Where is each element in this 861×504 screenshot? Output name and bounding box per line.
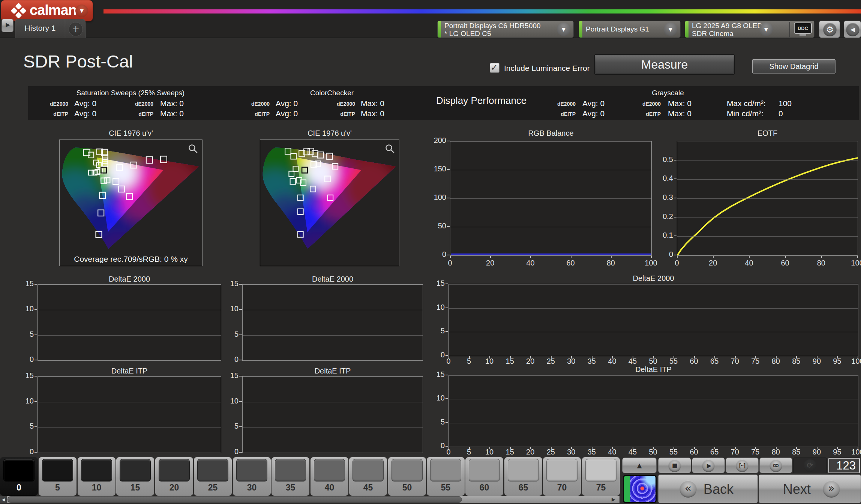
horizontal-scrollbar[interactable]: ◀ ▶ <box>0 496 620 503</box>
x-axis-tick <box>755 356 756 358</box>
y-axis-label: 10 <box>422 303 445 312</box>
step-swatch <box>81 459 112 482</box>
step-label: 25 <box>194 483 232 493</box>
logo-dropdown-icon[interactable]: ▼ <box>75 4 88 17</box>
y-axis-tick <box>239 376 242 376</box>
show-datagrid-button[interactable]: Show Datagrid <box>752 59 836 74</box>
next-button[interactable]: Next » <box>759 474 861 503</box>
dropdown-arrow-icon[interactable]: ▼ <box>759 22 773 36</box>
measure-button[interactable]: Measure <box>595 55 734 74</box>
meter-device-dropdown[interactable]: Portrait Displays C6 HDR5000 * LG OLED C… <box>437 21 574 38</box>
x-axis-label: 60 <box>772 259 798 267</box>
x-axis-tick <box>571 447 572 449</box>
tab-prev-icon: ▶ <box>2 21 14 28</box>
grayscale-step-button-30[interactable]: 30 <box>233 457 271 496</box>
stat-label: dEITP <box>329 111 355 117</box>
back-button[interactable]: « Back <box>658 474 758 503</box>
magnifier-icon[interactable] <box>385 144 395 154</box>
single-measure-button[interactable]: [··] <box>726 458 759 473</box>
grayscale-step-button-15[interactable]: 15 <box>116 457 154 496</box>
step-label: 20 <box>155 483 193 493</box>
x-axis-tick <box>448 447 449 449</box>
grayscale-step-button-25[interactable]: 25 <box>194 457 232 496</box>
y-axis-label: 5 <box>422 418 445 426</box>
collapse-panel-button[interactable]: ◀ <box>844 21 861 38</box>
cie-chart-1-title: CIE 1976 u'v' <box>59 129 202 138</box>
grayscale-step-button-45[interactable]: 45 <box>349 457 387 496</box>
grayscale-step-button-5[interactable]: 5 <box>39 457 76 496</box>
magnifier-icon[interactable] <box>188 144 198 154</box>
display-device-mode: SDR Cinema <box>692 30 734 38</box>
x-axis-tick <box>611 256 612 258</box>
next-label: Next <box>783 482 811 497</box>
play-button[interactable]: ▶ <box>692 458 725 473</box>
gridline <box>677 236 858 237</box>
y-axis-tick <box>239 401 242 402</box>
grayscale-step-button-70[interactable]: 70 <box>543 457 581 496</box>
grayscale-step-button-40[interactable]: 40 <box>310 457 348 496</box>
step-swatch <box>585 459 616 482</box>
include-luminance-checkbox[interactable]: ✓ <box>490 63 500 73</box>
calman-logo-button[interactable]: calman ▼ <box>1 0 93 21</box>
stat-label-cdm2: Max cd/m²: <box>727 99 766 108</box>
y-axis-label: 5 <box>10 330 34 339</box>
x-axis-tick <box>592 447 592 449</box>
grayscale-step-button-20[interactable]: 20 <box>155 457 193 496</box>
add-tab-button[interactable]: + <box>69 22 83 36</box>
stat-label: dEITP <box>127 111 153 117</box>
grayscale-step-button-75[interactable]: 75 <box>582 457 620 496</box>
scroll-left-icon[interactable]: ◀ <box>0 496 7 503</box>
y-axis-tick <box>239 360 242 360</box>
y-axis-tick <box>446 446 448 447</box>
tab-history-1[interactable]: History 1 + <box>15 19 86 38</box>
stat-label: dE2000 <box>42 101 68 107</box>
x-axis-tick <box>571 256 572 258</box>
grayscale-step-button-10[interactable]: 10 <box>78 457 116 496</box>
dropdown-arrow-icon[interactable]: ▼ <box>557 22 570 36</box>
grayscale-step-button-35[interactable]: 35 <box>272 457 309 496</box>
tab-scroll-left-button[interactable]: ▶ <box>2 19 14 32</box>
deltae2000-colorchecker-title: DeltaE 2000 <box>242 275 423 284</box>
grayscale-step-button-55[interactable]: 55 <box>427 457 465 496</box>
grayscale-step-button-65[interactable]: 65 <box>504 457 542 496</box>
step-label: 60 <box>465 483 503 493</box>
ddc-icon[interactable]: DDC <box>794 22 812 34</box>
gridline <box>449 399 858 399</box>
x-axis-label: 60 <box>558 259 584 267</box>
x-axis-tick <box>776 447 777 449</box>
gridline <box>449 308 858 309</box>
y-axis-tick <box>446 375 448 375</box>
test-pattern-thumbnail[interactable] <box>623 475 657 503</box>
coverage-label: Coverage rec.709/sRGB: 0 % xy <box>60 255 202 264</box>
pattern-generator-dropdown[interactable]: Portrait Displays G1 ▼ <box>579 21 681 38</box>
x-axis-label: 100 <box>844 357 861 366</box>
y-axis-tick <box>674 255 676 255</box>
x-axis-tick <box>551 447 552 449</box>
grayscale-step-button-50[interactable]: 50 <box>388 457 426 496</box>
stat-value: Avg: 0 <box>74 99 96 108</box>
stat-label: dE2000 <box>127 101 153 107</box>
refresh-button-disabled[interactable]: ⟳ <box>793 458 827 473</box>
settings-button[interactable]: ⚙ <box>819 21 840 38</box>
scrollbar-thumb[interactable] <box>8 496 462 503</box>
grayscale-step-button-0[interactable]: 0 <box>0 457 38 496</box>
deltae2000-grayscale-chart <box>448 284 858 356</box>
stop-button[interactable]: ■ <box>658 458 691 473</box>
continuous-measure-button[interactable]: ∞ <box>759 458 792 473</box>
y-axis-label: 0 <box>423 250 446 259</box>
y-axis-label: 10 <box>422 394 445 402</box>
step-swatch <box>352 459 384 482</box>
y-axis-label: 0 <box>10 355 34 364</box>
display-device-dropdown[interactable]: LG 2025 A9 G8 OLED SDR Cinema ▼ DDC <box>685 21 814 38</box>
grayscale-step-button-60[interactable]: 60 <box>465 457 503 496</box>
x-axis-tick <box>857 256 858 258</box>
x-axis-tick <box>674 356 674 358</box>
gear-icon: ⚙ <box>823 23 837 36</box>
dropdown-arrow-icon[interactable]: ▼ <box>664 22 677 36</box>
logo-wordmark: calman <box>30 2 76 18</box>
scroll-right-icon[interactable]: ▶ <box>610 496 617 503</box>
pattern-up-button[interactable]: ▲ <box>622 458 657 473</box>
cie-gamut-plot <box>60 140 202 266</box>
y-axis-label: 15 <box>422 370 445 379</box>
include-luminance-label[interactable]: Include Luminance Error <box>504 64 590 73</box>
